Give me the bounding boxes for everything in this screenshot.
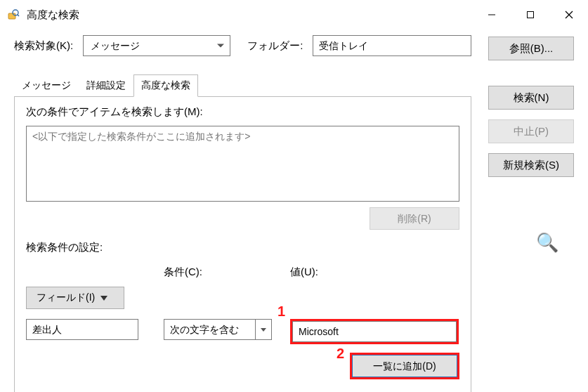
settings-label: 検索条件の設定:: [26, 241, 459, 254]
advanced-panel: 次の条件でアイテムを検索します(M): <以下で指定した検索条件がここに追加され…: [14, 96, 471, 392]
field-button[interactable]: フィールド(I): [26, 287, 124, 309]
annotation-marker-2: 2: [337, 346, 344, 362]
maximize-button[interactable]: [511, 0, 549, 30]
titlebar: 高度な検索: [0, 0, 588, 30]
browse-button[interactable]: 参照(B)...: [488, 37, 574, 60]
folder-label: フォルダー:: [247, 39, 303, 53]
folder-input[interactable]: 受信トレイ: [313, 35, 471, 56]
magnifier-icon: 🔍: [536, 232, 558, 254]
condition-label: 条件(C):: [164, 264, 272, 280]
svg-line-2: [18, 15, 20, 17]
value-label: 値(U):: [290, 264, 459, 280]
annotation-marker-1: 1: [277, 303, 285, 320]
value-input[interactable]: Microsoft: [292, 321, 457, 342]
tab-advanced[interactable]: 高度な検索: [133, 74, 198, 97]
minimize-button[interactable]: [472, 0, 511, 30]
condition-select[interactable]: 次の文字を含む: [164, 319, 272, 340]
window-title: 高度な検索: [27, 8, 472, 22]
app-icon: [7, 8, 20, 21]
tabs: メッセージ 詳細設定 高度な検索: [14, 74, 471, 97]
field-button-label: フィールド(I): [37, 292, 95, 304]
tab-details[interactable]: 詳細設定: [79, 74, 133, 97]
add-to-list-button[interactable]: 一覧に追加(D): [352, 355, 457, 377]
condition-value: 次の文字を含む: [164, 319, 255, 340]
dropdown-icon: [100, 296, 107, 301]
search-target-dropdown[interactable]: メッセージ: [83, 35, 230, 56]
search-target-label: 検索対象(K):: [14, 39, 73, 53]
chevron-down-icon: [255, 319, 272, 340]
field-value-input[interactable]: 差出人: [26, 319, 138, 340]
new-search-button[interactable]: 新規検索(S): [488, 153, 574, 177]
window-controls: [472, 0, 588, 30]
search-button[interactable]: 検索(N): [488, 86, 574, 110]
delete-button[interactable]: 削除(R): [370, 207, 459, 230]
annotation-box-1: Microsoft: [290, 319, 459, 344]
close-button[interactable]: [549, 0, 588, 30]
search-target-row: 検索対象(K): メッセージ フォルダー: 受信トレイ: [14, 35, 471, 56]
annotation-box-2: 一覧に追加(D): [350, 353, 459, 379]
svg-rect-0: [8, 13, 15, 19]
tab-messages[interactable]: メッセージ: [14, 74, 79, 97]
stop-button[interactable]: 中止(P): [488, 119, 574, 143]
criteria-label: 次の条件でアイテムを検索します(M):: [26, 105, 459, 119]
svg-rect-4: [527, 12, 533, 18]
criteria-list[interactable]: <以下で指定した検索条件がここに追加されます>: [26, 126, 459, 202]
